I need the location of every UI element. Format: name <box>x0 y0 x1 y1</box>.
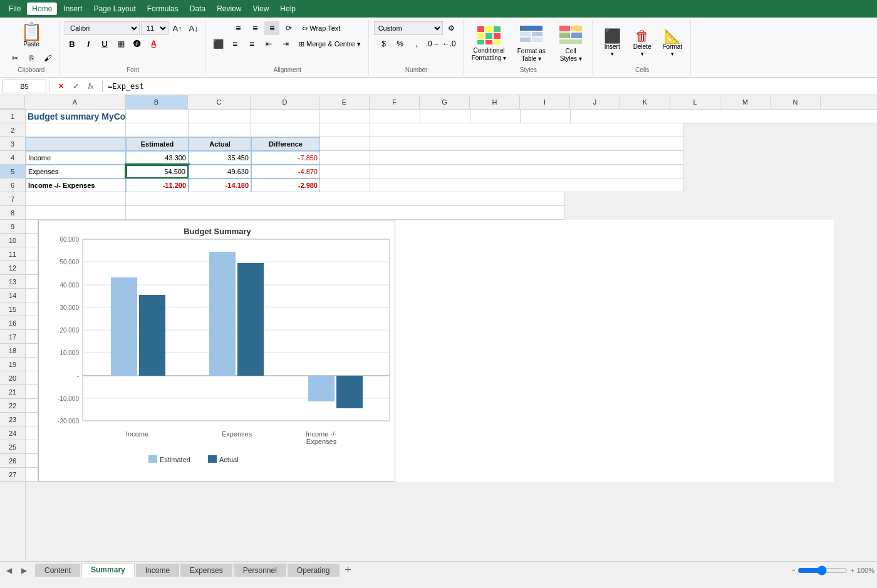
zoom-in-button[interactable]: + <box>850 567 854 574</box>
row-24[interactable]: 24 <box>0 426 25 440</box>
align-center-button[interactable]: ≡ <box>227 37 242 51</box>
cell-D2[interactable] <box>251 123 320 137</box>
cell-B2[interactable] <box>126 123 189 137</box>
cell-E2[interactable] <box>320 123 370 137</box>
cell-C6[interactable]: -14.180 <box>189 178 251 192</box>
add-sheet-button[interactable]: + <box>341 563 356 578</box>
tab-income[interactable]: Income <box>136 564 179 577</box>
font-name-select[interactable]: Calibri <box>65 21 140 35</box>
decrease-decimal-button[interactable]: ←.0 <box>442 37 457 51</box>
tab-next-button[interactable]: ▶ <box>18 564 30 577</box>
chart-cell-A20[interactable] <box>26 371 38 385</box>
row-27[interactable]: 27 <box>0 468 25 482</box>
col-C[interactable]: C <box>188 95 251 109</box>
align-top-right-button[interactable]: ≡ <box>264 21 279 35</box>
row-13[interactable]: 13 <box>0 275 25 289</box>
row-20[interactable]: 20 <box>0 371 25 385</box>
cell-C4[interactable]: 35.450 <box>189 151 251 165</box>
cell-D4[interactable]: -7.850 <box>251 151 320 165</box>
cell-rest-6[interactable] <box>370 178 683 192</box>
conditional-formatting-button[interactable]: Conditional Formatting ▾ <box>469 23 510 64</box>
comma-button[interactable]: , <box>409 37 424 51</box>
align-top-center-button[interactable]: ≡ <box>247 21 262 35</box>
row-19[interactable]: 19 <box>0 358 25 371</box>
chart-cell-A13[interactable] <box>26 275 38 289</box>
indent-increase-button[interactable]: ⇥ <box>278 37 293 51</box>
row-16[interactable]: 16 <box>0 316 25 330</box>
insert-function-button[interactable]: fx <box>85 80 97 93</box>
col-K[interactable]: K <box>620 95 670 109</box>
cut-button[interactable]: ✂ <box>8 51 23 65</box>
format-painter-button[interactable]: 🖌 <box>40 51 55 65</box>
tab-content[interactable]: Content <box>35 564 80 577</box>
cell-E5[interactable] <box>320 165 370 178</box>
cell-A7[interactable] <box>26 192 126 206</box>
chart-cell-A16[interactable] <box>26 316 38 330</box>
row-12[interactable]: 12 <box>0 261 25 275</box>
zoom-out-button[interactable]: − <box>791 567 795 574</box>
col-L[interactable]: L <box>670 95 720 109</box>
cell-rest-2[interactable] <box>370 123 683 137</box>
tab-operating[interactable]: Operating <box>288 564 340 577</box>
col-J[interactable]: J <box>570 95 620 109</box>
number-settings-button[interactable]: ⚙ <box>444 21 459 35</box>
row-5[interactable]: 5 <box>0 165 25 178</box>
cell-A2[interactable] <box>26 123 126 137</box>
chart-cell-A21[interactable] <box>26 385 38 399</box>
col-D[interactable]: D <box>251 95 319 109</box>
tab-prev-button[interactable]: ◀ <box>3 564 15 577</box>
accounting-button[interactable]: $ <box>376 37 392 51</box>
cell-A6[interactable]: Income -/- Expenses <box>26 178 126 192</box>
row-11[interactable]: 11 <box>0 247 25 261</box>
col-B[interactable]: B <box>125 95 188 109</box>
menu-review[interactable]: Review <box>212 3 246 15</box>
cell-E4[interactable] <box>320 151 370 165</box>
col-A[interactable]: A <box>25 95 125 109</box>
menu-file[interactable]: File <box>4 3 26 15</box>
cell-C2[interactable] <box>189 123 251 137</box>
cell-A3[interactable] <box>26 137 126 151</box>
cell-D6[interactable]: -2.980 <box>251 178 320 192</box>
row-14[interactable]: 14 <box>0 289 25 302</box>
cell-H1[interactable] <box>470 110 521 123</box>
cancel-formula-button[interactable]: ✕ <box>54 80 67 93</box>
cell-rest-5[interactable] <box>370 165 683 178</box>
cell-E3[interactable] <box>320 137 370 151</box>
paste-button[interactable]: 📋 Paste <box>17 21 46 50</box>
cell-F1[interactable] <box>370 110 420 123</box>
tab-expenses[interactable]: Expenses <box>180 564 232 577</box>
menu-insert[interactable]: Insert <box>58 3 87 15</box>
chart-cell-right-1[interactable] <box>395 220 834 482</box>
chart-cell-A25[interactable] <box>26 440 38 454</box>
chart-cell-A26[interactable] <box>26 454 38 468</box>
cell-B4[interactable]: 43.300 <box>126 151 189 165</box>
cell-B5[interactable]: 54.500 <box>126 165 189 178</box>
col-G[interactable]: G <box>420 95 470 109</box>
row-3[interactable]: 3 <box>0 137 25 151</box>
menu-view[interactable]: View <box>248 3 274 15</box>
col-M[interactable]: M <box>720 95 771 109</box>
cell-J1[interactable] <box>571 110 877 123</box>
font-color-button[interactable]: A̲ <box>146 37 161 51</box>
confirm-formula-button[interactable]: ✓ <box>70 80 82 93</box>
row-25[interactable]: 25 <box>0 440 25 454</box>
italic-button[interactable]: I <box>81 37 96 51</box>
row-6[interactable]: 6 <box>0 178 25 192</box>
text-direction-button[interactable]: ⟳ <box>281 21 296 35</box>
cell-D3[interactable]: Difference <box>251 137 320 151</box>
fill-color-button[interactable]: 🅐 <box>130 37 145 51</box>
cell-styles-button[interactable]: CellStyles ▾ <box>553 23 588 64</box>
cell-B3[interactable]: Estimated <box>126 137 189 151</box>
chart-cell-A12[interactable] <box>26 261 38 275</box>
percent-button[interactable]: % <box>393 37 408 51</box>
row-18[interactable]: 18 <box>0 344 25 358</box>
cell-G1[interactable] <box>420 110 470 123</box>
border-button[interactable]: ▦ <box>113 37 128 51</box>
font-size-select[interactable]: 11 <box>141 21 169 35</box>
cell-A8[interactable] <box>26 206 126 220</box>
select-all-button[interactable] <box>0 95 25 109</box>
chart-cell-A24[interactable] <box>26 426 38 440</box>
cell-rest-8[interactable] <box>126 206 564 220</box>
tab-summary[interactable]: Summary <box>81 563 135 577</box>
cell-E6[interactable] <box>320 178 370 192</box>
